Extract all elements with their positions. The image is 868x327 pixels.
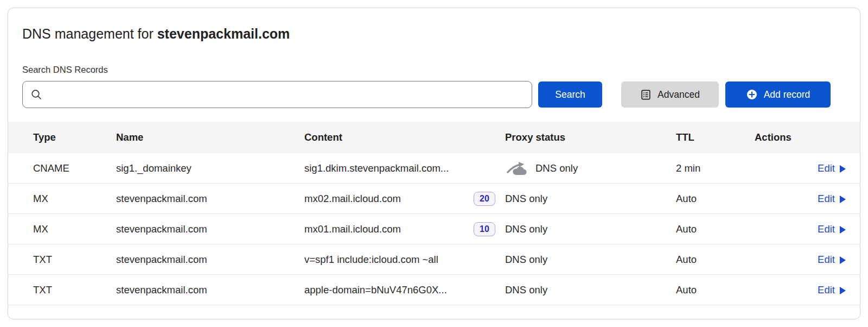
triangle-right-icon — [840, 256, 846, 264]
triangle-right-icon — [840, 165, 846, 173]
edit-link[interactable]: Edit — [818, 284, 846, 296]
advanced-button[interactable]: Advanced — [621, 81, 719, 108]
proxy-status-text: DNS only — [505, 193, 547, 205]
search-toolbar: Search Advanced Add record — [22, 81, 846, 108]
triangle-right-icon — [840, 196, 846, 203]
record-content: apple-domain=bNuV47n6G0X... — [304, 284, 447, 296]
dns-management-card: DNS management for stevenpackmail.com Se… — [8, 8, 860, 319]
record-content: mx01.mail.icloud.com — [304, 223, 401, 235]
record-name: stevenpackmail.com — [116, 193, 304, 205]
priority-badge: 10 — [474, 222, 495, 236]
search-input[interactable] — [48, 81, 524, 108]
table-header-row: Type Name Content Proxy status TTL Actio… — [8, 122, 860, 153]
column-header-type: Type — [8, 131, 116, 143]
record-content: sig1.dkim.stevenpackmail.com... — [304, 162, 449, 174]
proxy-status-text: DNS only — [505, 284, 547, 296]
column-header-actions: Actions — [755, 131, 860, 143]
record-content: mx02.mail.icloud.com — [304, 193, 401, 205]
triangle-right-icon — [840, 226, 846, 234]
advanced-button-label: Advanced — [658, 89, 700, 100]
search-box[interactable] — [22, 81, 532, 108]
table-row: TXT stevenpackmail.com apple-domain=bNuV… — [8, 275, 860, 305]
record-type: TXT — [8, 254, 116, 266]
edit-link-label: Edit — [818, 254, 835, 266]
add-record-button-label: Add record — [764, 89, 810, 100]
proxy-status-text: DNS only — [505, 223, 547, 235]
domain-name: stevenpackmail.com — [157, 26, 290, 41]
search-button[interactable]: Search — [538, 81, 602, 108]
record-ttl: Auto — [676, 254, 755, 266]
table-row: MX stevenpackmail.com mx02.mail.icloud.c… — [8, 184, 860, 214]
search-icon — [30, 89, 42, 100]
column-header-proxy-status: Proxy status — [505, 131, 676, 143]
proxy-status-text: DNS only — [505, 254, 547, 266]
record-type: CNAME — [8, 162, 116, 174]
edit-link[interactable]: Edit — [818, 223, 846, 235]
add-record-button[interactable]: Add record — [725, 81, 831, 108]
plus-circle-icon — [746, 89, 758, 100]
edit-link-label: Edit — [818, 223, 835, 235]
record-content: v=spf1 include:icloud.com ~all — [304, 254, 438, 266]
edit-link[interactable]: Edit — [818, 193, 846, 205]
record-ttl: Auto — [676, 284, 755, 296]
column-header-content: Content — [304, 131, 505, 143]
table-row: CNAME sig1._domainkey sig1.dkim.stevenpa… — [8, 153, 860, 184]
edit-link-label: Edit — [818, 162, 835, 174]
page-title-prefix: DNS management for — [22, 26, 157, 41]
edit-link[interactable]: Edit — [818, 254, 846, 266]
record-ttl: 2 min — [676, 162, 755, 174]
page-title: DNS management for stevenpackmail.com — [22, 25, 846, 42]
table-row: TXT stevenpackmail.com v=spf1 include:ic… — [8, 244, 860, 275]
column-header-name: Name — [116, 131, 304, 143]
record-name: stevenpackmail.com — [116, 254, 304, 266]
column-header-ttl: TTL — [676, 131, 755, 143]
priority-badge: 20 — [474, 192, 495, 206]
edit-link-label: Edit — [818, 284, 835, 296]
record-name: stevenpackmail.com — [116, 223, 304, 235]
cloud-arrow-icon — [505, 161, 528, 175]
record-type: TXT — [8, 284, 116, 296]
dns-records-table: Type Name Content Proxy status TTL Actio… — [8, 122, 860, 305]
edit-link[interactable]: Edit — [818, 162, 846, 174]
proxy-status-text: DNS only — [535, 162, 578, 174]
record-ttl: Auto — [676, 193, 755, 205]
table-row: MX stevenpackmail.com mx01.mail.icloud.c… — [8, 214, 860, 244]
record-type: MX — [8, 223, 116, 235]
list-document-icon — [640, 89, 652, 100]
edit-link-label: Edit — [818, 193, 835, 205]
triangle-right-icon — [840, 287, 846, 294]
record-name: stevenpackmail.com — [116, 284, 304, 296]
record-ttl: Auto — [676, 223, 755, 235]
record-name: sig1._domainkey — [116, 162, 304, 174]
search-label: Search DNS Records — [22, 65, 846, 75]
record-type: MX — [8, 193, 116, 205]
